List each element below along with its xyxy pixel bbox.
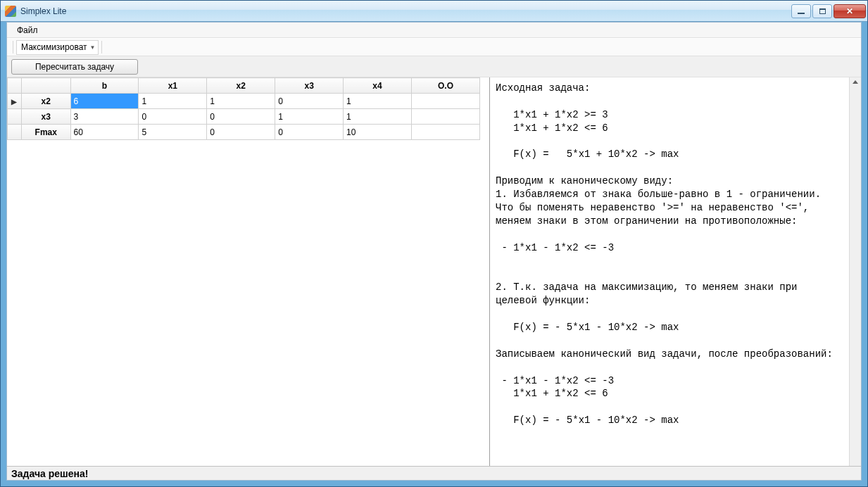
cell-oo[interactable]: [411, 109, 479, 125]
table-header-row: b x1 x2 x3 x4 О.О: [8, 78, 480, 94]
window-controls: ✕: [790, 4, 866, 18]
statusbar: Задача решена!: [7, 466, 861, 480]
minimize-button[interactable]: [791, 4, 811, 18]
maximize-button[interactable]: [812, 4, 832, 18]
cell-x1[interactable]: 5: [139, 125, 207, 140]
cell-b[interactable]: 60: [70, 125, 139, 140]
optimize-mode-value: Максимизироват: [21, 42, 87, 52]
cell-x2[interactable]: 0: [207, 125, 275, 140]
menu-file[interactable]: Файл: [13, 24, 42, 37]
window-title: Simplex Lite: [20, 6, 790, 16]
table-row[interactable]: ▶ x2 6 1 1 0 1: [8, 94, 480, 109]
cell-oo[interactable]: [411, 125, 479, 140]
header-x3[interactable]: x3: [275, 78, 344, 94]
cell-x3[interactable]: 0: [275, 94, 344, 109]
scroll-up-icon: [853, 80, 858, 84]
toolbar-separator-2: [101, 41, 102, 53]
app-window: Simplex Lite ✕ Файл Максимизироват ▼ Пер…: [0, 0, 868, 487]
header-indicator: [8, 78, 22, 94]
row-indicator-icon: ▶: [11, 98, 17, 106]
row-indicator: [8, 125, 22, 140]
row-name: x2: [21, 94, 70, 109]
table-row[interactable]: Fmax 60 5 0 0 10: [8, 125, 480, 140]
menubar: Файл: [7, 23, 861, 38]
cell-x3[interactable]: 1: [275, 109, 344, 125]
header-oo[interactable]: О.О: [411, 78, 479, 94]
status-text: Задача решена!: [11, 468, 88, 479]
recalculate-button[interactable]: Пересчитать задачу: [11, 59, 138, 75]
cell-x4[interactable]: 1: [344, 109, 412, 125]
minimize-icon: [798, 13, 805, 14]
cell-x4[interactable]: 1: [344, 94, 412, 109]
header-x1[interactable]: x1: [139, 78, 207, 94]
optimize-mode-dropdown[interactable]: Максимизироват ▼: [16, 40, 99, 55]
header-x4[interactable]: x4: [344, 78, 412, 94]
table-row[interactable]: x3 3 0 0 1 1: [8, 109, 480, 125]
header-x2[interactable]: x2: [207, 78, 275, 94]
app-icon: [5, 6, 16, 17]
cell-x2[interactable]: 1: [207, 94, 275, 109]
row-indicator: [8, 109, 22, 125]
output-scrollbar[interactable]: [849, 77, 861, 466]
cell-oo[interactable]: [411, 94, 479, 109]
row-indicator: ▶: [8, 94, 22, 109]
output-textarea[interactable]: Исходная задача: 1*x1 + 1*x2 >= 3 1*x1 +…: [490, 77, 849, 466]
row-name: x3: [21, 109, 70, 125]
cell-b[interactable]: 6: [70, 94, 139, 109]
toolbar-primary: Максимизироват ▼: [7, 38, 861, 56]
close-button[interactable]: ✕: [834, 4, 866, 18]
client-area: Файл Максимизироват ▼ Пересчитать задачу: [6, 22, 862, 481]
cell-x4[interactable]: 10: [344, 125, 412, 140]
output-panel: Исходная задача: 1*x1 + 1*x2 >= 3 1*x1 +…: [490, 77, 861, 466]
header-rowname: [21, 78, 70, 94]
toolbar-secondary: Пересчитать задачу: [7, 56, 861, 77]
cell-x2[interactable]: 0: [207, 109, 275, 125]
simplex-table[interactable]: b x1 x2 x3 x4 О.О ▶ x2 6 1: [7, 77, 480, 140]
titlebar: Simplex Lite ✕: [1, 1, 867, 22]
maximize-icon: [819, 8, 826, 14]
grid-panel: b x1 x2 x3 x4 О.О ▶ x2 6 1: [7, 77, 490, 466]
row-name: Fmax: [21, 125, 70, 140]
cell-b[interactable]: 3: [70, 109, 139, 125]
cell-x3[interactable]: 0: [275, 125, 344, 140]
header-b[interactable]: b: [70, 78, 139, 94]
toolbar-separator: [13, 41, 13, 53]
cell-x1[interactable]: 0: [139, 109, 207, 125]
cell-x1[interactable]: 1: [139, 94, 207, 109]
chevron-down-icon: ▼: [90, 44, 96, 51]
content-area: b x1 x2 x3 x4 О.О ▶ x2 6 1: [7, 77, 861, 466]
close-icon: ✕: [846, 6, 853, 16]
